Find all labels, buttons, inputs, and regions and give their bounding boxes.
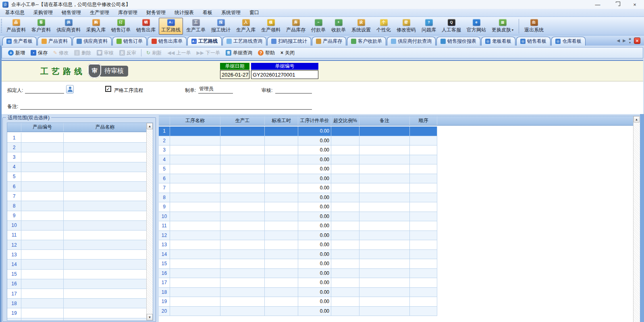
scope-table-row[interactable]: 11 xyxy=(7,231,146,240)
order-cell[interactable] xyxy=(410,269,437,278)
process-table-row[interactable]: 170.00 xyxy=(159,278,437,288)
process-table-row[interactable]: 50.00 xyxy=(159,164,437,174)
tab-supplier-data[interactable]: 供应商资料 xyxy=(73,37,112,46)
worker-cell[interactable] xyxy=(220,250,265,259)
piece-price-cell[interactable]: 0.00 xyxy=(298,155,331,164)
drafter-picker-button[interactable] xyxy=(66,85,74,93)
tab-sales-outbound-bill[interactable]: 销售出库单 xyxy=(147,37,187,46)
product-code-cell[interactable] xyxy=(21,201,64,210)
process-table-row[interactable]: 180.00 xyxy=(159,288,437,297)
product-name-cell[interactable] xyxy=(64,201,146,210)
std-hours-cell[interactable] xyxy=(265,202,298,212)
tab-scroll-left-icon[interactable]: ◀ xyxy=(617,38,620,43)
process-table-row[interactable]: 80.00 xyxy=(159,193,437,203)
menu-item-采购管理[interactable]: 采购管理 xyxy=(29,9,57,16)
piece-price-cell[interactable]: 0.00 xyxy=(298,250,331,259)
std-hours-cell[interactable] xyxy=(265,127,298,136)
over-ratio-cell[interactable] xyxy=(331,202,359,212)
tab-scroll-right-icon[interactable]: ▶ xyxy=(623,38,626,43)
piece-price-cell[interactable]: 0.00 xyxy=(298,240,331,249)
order-cell[interactable] xyxy=(410,155,437,164)
worker-cell[interactable] xyxy=(220,221,265,231)
action-save-button[interactable]: ▪保存 xyxy=(28,48,50,58)
order-cell[interactable] xyxy=(410,174,437,183)
over-ratio-cell[interactable] xyxy=(331,269,359,278)
remark-cell[interactable] xyxy=(359,240,410,249)
action-unaudit-button[interactable]: 反反审 xyxy=(116,48,139,58)
product-name-cell[interactable] xyxy=(64,308,146,318)
over-ratio-cell[interactable] xyxy=(331,136,359,145)
scroll-up-icon[interactable]: ▲ xyxy=(634,116,640,123)
order-cell[interactable] xyxy=(410,164,437,174)
process-table-row[interactable]: 150.00 xyxy=(159,259,437,269)
piece-price-cell[interactable]: 0.00 xyxy=(298,127,331,136)
scroll-down-icon[interactable]: ▼ xyxy=(147,314,153,320)
product-code-cell[interactable] xyxy=(21,143,64,152)
toolbar-button-receipt-bill[interactable]: +收款单 xyxy=(329,18,348,35)
remark-cell[interactable] xyxy=(359,307,410,316)
product-code-cell[interactable] xyxy=(21,270,64,279)
piece-price-cell[interactable]: 0.00 xyxy=(298,231,331,240)
order-cell[interactable] xyxy=(410,136,437,145)
worker-cell[interactable] xyxy=(220,127,265,136)
remark-cell[interactable] xyxy=(359,174,410,183)
product-code-cell[interactable] xyxy=(21,221,64,230)
remark-cell[interactable] xyxy=(359,127,410,136)
piece-price-cell[interactable]: 0.00 xyxy=(298,278,331,287)
over-ratio-cell[interactable] xyxy=(331,278,359,287)
doc-number-value[interactable]: GY202601270001 xyxy=(251,70,318,79)
order-cell[interactable] xyxy=(410,202,437,212)
product-code-cell[interactable] xyxy=(21,172,64,181)
toolbar-button-work-report-stats[interactable]: 报报工统计 xyxy=(209,18,233,35)
product-name-cell[interactable] xyxy=(64,162,146,172)
worker-cell[interactable] xyxy=(220,202,265,212)
piece-price-cell[interactable]: 0.00 xyxy=(298,145,331,155)
remark-cell[interactable] xyxy=(359,221,410,231)
product-name-cell[interactable] xyxy=(64,250,146,259)
process-name-cell[interactable] xyxy=(170,145,220,155)
toolbar-button-material-requisition[interactable]: 领生产领料 xyxy=(259,18,283,35)
over-ratio-cell[interactable] xyxy=(331,183,359,193)
remark-cell[interactable] xyxy=(359,212,410,221)
order-cell[interactable] xyxy=(410,145,437,155)
scope-table-row[interactable]: 5 xyxy=(7,172,146,182)
process-table-row[interactable]: 60.00 xyxy=(159,174,437,184)
std-hours-cell[interactable] xyxy=(265,259,298,268)
worker-cell[interactable] xyxy=(220,307,265,316)
over-ratio-cell[interactable] xyxy=(331,164,359,174)
tab-warehouse-board[interactable]: ◎仓库看板 xyxy=(551,37,586,46)
scope-table-row[interactable]: 17 xyxy=(7,289,146,299)
std-hours-cell[interactable] xyxy=(265,174,298,183)
product-name-cell[interactable] xyxy=(64,318,146,321)
process-table-row[interactable]: 20.00 xyxy=(159,136,437,146)
product-name-cell[interactable] xyxy=(64,133,146,142)
tab-product-data[interactable]: 产品资料 xyxy=(37,37,72,46)
toolbar-button-exit-system[interactable]: 出退出系统 xyxy=(522,18,546,35)
process-name-cell[interactable] xyxy=(170,193,220,202)
worker-cell[interactable] xyxy=(220,278,265,287)
scope-table-row[interactable]: 9 xyxy=(7,211,146,221)
process-table-row[interactable]: 120.00 xyxy=(159,231,437,241)
tab-supplier-payment-query[interactable]: 供应商付款查询 xyxy=(387,37,436,46)
piece-price-cell[interactable]: 0.00 xyxy=(298,174,331,183)
order-cell[interactable] xyxy=(410,307,437,316)
product-name-cell[interactable] xyxy=(64,172,146,181)
toolbar-button-customer-service[interactable]: Q人工客服 xyxy=(439,18,463,35)
over-ratio-cell[interactable] xyxy=(331,259,359,268)
scope-table-row[interactable]: 19 xyxy=(7,308,146,318)
process-table-row[interactable]: 100.00 xyxy=(159,212,437,222)
process-name-cell[interactable] xyxy=(170,231,220,240)
piece-price-cell[interactable]: 0.00 xyxy=(298,193,331,202)
remark-cell[interactable] xyxy=(359,193,410,202)
action-help-button[interactable]: ?帮助 xyxy=(255,48,278,58)
product-code-cell[interactable] xyxy=(21,162,64,172)
order-cell[interactable] xyxy=(410,250,437,259)
remark-input[interactable] xyxy=(20,109,312,110)
remark-cell[interactable] xyxy=(359,202,410,212)
process-name-cell[interactable] xyxy=(170,183,220,193)
std-hours-cell[interactable] xyxy=(265,155,298,164)
scope-table-row[interactable]: 18 xyxy=(7,299,146,308)
worker-cell[interactable] xyxy=(220,164,265,174)
over-ratio-cell[interactable] xyxy=(331,288,359,297)
over-ratio-cell[interactable] xyxy=(331,297,359,306)
